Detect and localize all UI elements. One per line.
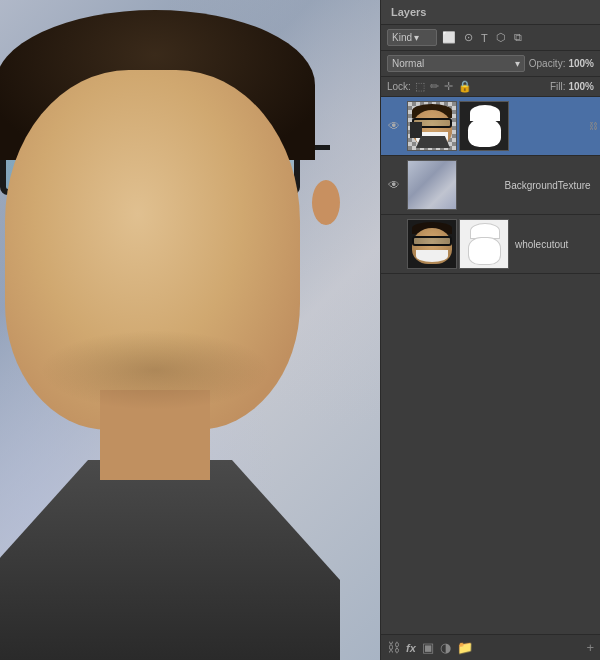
panel-title: Layers — [391, 6, 426, 18]
layer-visibility-toggle[interactable]: 👁 — [385, 178, 403, 192]
blend-opacity-row: Normal ▾ Opacity: 100% — [381, 51, 600, 77]
layer-visibility-toggle[interactable]: 👁 — [385, 119, 403, 133]
ear — [312, 180, 340, 225]
layer-thumbnail-main — [407, 160, 457, 210]
add-mask-icon[interactable]: ▣ — [422, 640, 434, 655]
beard — [40, 330, 270, 410]
canvas-area — [0, 0, 380, 660]
layer-item[interactable]: 👁 — [381, 97, 600, 156]
lock-transparent-icon[interactable]: ⬚ — [415, 80, 425, 93]
layer-thumbnail-main — [407, 219, 457, 269]
glasses-arm-right — [315, 145, 330, 150]
fill-control: Fill: 100% — [550, 81, 594, 92]
adjustment-layer-icon[interactable]: ◑ — [440, 640, 451, 655]
blend-chevron-icon: ▾ — [515, 58, 520, 69]
shirt — [0, 460, 340, 660]
lock-pixels-icon[interactable]: ✏ — [430, 80, 439, 93]
fill-label: Fill: — [550, 81, 566, 92]
opacity-control: Opacity: 100% — [529, 58, 594, 69]
kind-label: Kind — [392, 32, 412, 43]
blend-mode-dropdown[interactable]: Normal ▾ — [387, 55, 525, 72]
eye-icon: 👁 — [388, 178, 400, 192]
image-filter-icon[interactable]: ⬜ — [440, 30, 458, 45]
layer-item[interactable]: 👁 BackgroundTexture — [381, 156, 600, 215]
chain-link-icon: ⛓ — [589, 121, 598, 131]
layer-thumbnails — [407, 160, 499, 210]
layer-thumbnails — [407, 101, 592, 151]
blend-mode-value: Normal — [392, 58, 424, 69]
layer-item[interactable]: 👁 wholecutout — [381, 215, 600, 274]
fx-icon[interactable]: fx — [406, 642, 416, 654]
layers-list: 👁 — [381, 97, 600, 634]
kind-chevron-icon: ▾ — [414, 32, 432, 43]
new-layer-icon[interactable]: + — [586, 640, 594, 655]
lock-position-icon[interactable]: ✛ — [444, 80, 453, 93]
main-photo — [0, 0, 380, 660]
lock-icons: ⬚ ✏ ✛ 🔒 — [415, 80, 478, 93]
link-icon[interactable]: ⛓ — [387, 640, 400, 655]
layer-name: wholecutout — [513, 239, 596, 250]
layers-panel: Layers Kind ▾ ⬜ ⊙ T ⬡ ⧉ Normal ▾ Opacity… — [380, 0, 600, 660]
kind-dropdown[interactable]: Kind ▾ — [387, 29, 437, 46]
layer-thumbnail-main — [407, 101, 457, 151]
eye-icon: 👁 — [388, 119, 400, 133]
shape-filter-icon[interactable]: ⬡ — [494, 30, 508, 45]
type-filter-icon[interactable]: T — [479, 31, 490, 45]
lock-fill-row: Lock: ⬚ ✏ ✛ 🔒 Fill: 100% — [381, 77, 600, 97]
lock-fill-inner: Lock: ⬚ ✏ ✛ 🔒 Fill: 100% — [387, 80, 594, 93]
lock-all-icon[interactable]: 🔒 — [458, 80, 472, 93]
opacity-value[interactable]: 100% — [568, 58, 594, 69]
smart-filter-icon[interactable]: ⧉ — [512, 30, 524, 45]
texture-preview — [408, 161, 456, 209]
new-group-icon[interactable]: 📁 — [457, 640, 473, 655]
adjustment-filter-icon[interactable]: ⊙ — [462, 30, 475, 45]
layer-thumbnail-mask — [459, 219, 509, 269]
fill-value[interactable]: 100% — [568, 81, 594, 92]
layer-thumbnails — [407, 219, 509, 269]
opacity-label: Opacity: — [529, 58, 566, 69]
panel-header: Layers — [381, 0, 600, 25]
layer-thumbnail-mask — [459, 101, 509, 151]
canvas-background — [0, 0, 380, 660]
layer-name: BackgroundTexture — [503, 180, 597, 191]
lock-label: Lock: — [387, 81, 411, 92]
filter-icons: ⬜ ⊙ T ⬡ ⧉ — [440, 30, 524, 45]
panel-footer: ⛓ fx ▣ ◑ 📁 + — [381, 634, 600, 660]
kind-toolbar: Kind ▾ ⬜ ⊙ T ⬡ ⧉ — [381, 25, 600, 51]
